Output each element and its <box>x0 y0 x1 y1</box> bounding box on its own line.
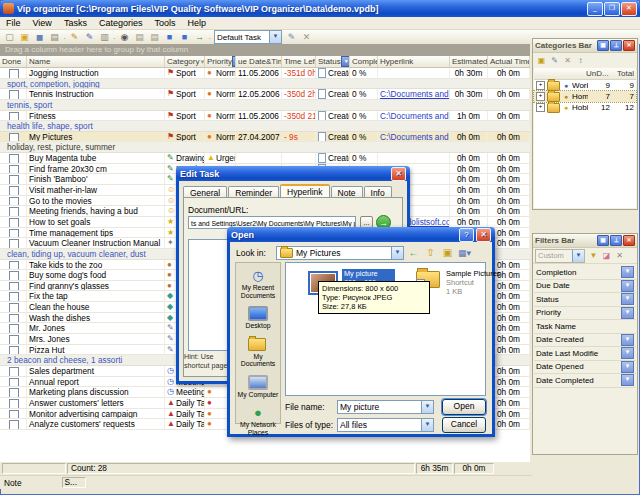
task-checkbox[interactable] <box>9 303 19 313</box>
place-network[interactable]: ●My Network Places <box>236 404 280 436</box>
task-checkbox[interactable] <box>9 378 19 388</box>
task-checkbox[interactable] <box>9 367 19 377</box>
filter-item-completion[interactable]: Completion▼ <box>534 266 636 280</box>
filter-item-date-created[interactable]: Date Created▼ <box>534 334 636 348</box>
delete-category-icon[interactable]: ✕ <box>561 55 574 67</box>
clear-filter-icon[interactable]: ◪ <box>600 250 613 262</box>
table-row[interactable]: My Pictures⚑Sport●Normal27.04.2007- 9sCr… <box>0 132 530 143</box>
task-checkbox[interactable] <box>9 69 19 79</box>
task-checkbox[interactable] <box>9 346 19 356</box>
look-in-combo[interactable]: My Pictures ▼ <box>276 246 404 260</box>
filter-item-task-name[interactable]: Task Name <box>534 320 636 334</box>
table-row[interactable]: Buy Magenta tube✎Drawing▲UrgentCreate0 %… <box>0 153 530 164</box>
pin-icon[interactable]: ⊥ <box>610 40 622 51</box>
chevron-down-icon[interactable]: ▼ <box>621 347 634 359</box>
categories-column-total[interactable]: Total <box>610 68 636 79</box>
task-checkbox[interactable] <box>9 197 19 207</box>
panel-window-icon[interactable]: ▣ <box>597 235 609 246</box>
filter-item-date-opened[interactable]: Date Opened▼ <box>534 361 636 375</box>
column-header-category[interactable]: Category▼ <box>165 56 205 68</box>
up-folder-icon[interactable]: ⇧ <box>423 246 438 260</box>
close-icon[interactable]: ✕ <box>391 167 406 181</box>
task-checkbox[interactable] <box>9 388 19 398</box>
expand-icon[interactable]: + <box>536 103 545 112</box>
column-header-done[interactable]: Done <box>0 56 27 68</box>
apply-filter-icon[interactable]: ▼ <box>587 250 600 262</box>
column-header-priority[interactable]: Priority▼ <box>205 56 236 68</box>
menu-help[interactable]: Help <box>181 17 212 29</box>
place-desktop[interactable]: Desktop <box>236 305 280 330</box>
task-checkbox[interactable] <box>9 292 19 302</box>
close-icon[interactable]: ✕ <box>623 235 635 246</box>
menu-tasks[interactable]: Tasks <box>58 17 93 29</box>
task-checkbox[interactable] <box>9 314 19 324</box>
card-icon[interactable]: ▤ <box>132 31 147 44</box>
pin-icon[interactable]: ⊥ <box>610 235 622 246</box>
filter-item-due-date[interactable]: Due Date▼ <box>534 280 636 294</box>
task-checkbox[interactable] <box>9 154 19 164</box>
filter-item-status[interactable]: Status▼ <box>534 293 636 307</box>
close-button[interactable]: ✕ <box>621 2 637 16</box>
note-value-box[interactable]: S... <box>62 477 86 488</box>
files-of-type-combo[interactable]: All files ▼ <box>337 418 434 432</box>
sample-pictures-label[interactable]: Sample Pictures Shortcut 1 KB <box>446 269 501 296</box>
column-header-actual-time[interactable]: Actual Time <box>488 56 530 68</box>
close-icon[interactable]: ✕ <box>476 228 491 242</box>
task-checkbox[interactable] <box>9 261 19 271</box>
column-header-ue-date-tim[interactable]: ue Date&Tim▼ <box>236 56 282 68</box>
task-checkbox[interactable] <box>9 399 19 409</box>
chevron-down-icon[interactable]: ▼ <box>621 307 634 319</box>
minimize-button[interactable]: _ <box>587 2 603 16</box>
filter-icon[interactable]: ▼ <box>341 56 350 67</box>
task-checkbox[interactable] <box>9 239 19 249</box>
column-header-hyperlink[interactable]: Hyperlink <box>378 56 450 68</box>
close-icon[interactable]: ✕ <box>623 40 635 51</box>
task-checkbox[interactable] <box>9 410 19 420</box>
maximize-button[interactable]: ❐ <box>604 2 620 16</box>
add-task-icon[interactable]: ✎ <box>67 31 82 44</box>
task-checkbox[interactable] <box>9 282 19 292</box>
copy-task-icon[interactable]: ▥ <box>97 31 112 44</box>
filter-preset-combo[interactable]: Custom ▼ <box>535 249 585 263</box>
task-checkbox[interactable] <box>9 133 19 143</box>
edit-category-icon[interactable]: ✎ <box>548 55 561 67</box>
group-row[interactable]: holiday, rest, picture, summer <box>0 142 530 153</box>
column-header-status[interactable]: Status▼ <box>316 56 350 68</box>
new-folder-icon[interactable]: ▣ <box>440 246 455 260</box>
cancel-button[interactable]: Cancel <box>442 417 486 433</box>
card2-icon[interactable]: ▤ <box>147 31 162 44</box>
hyperlink-icon[interactable]: → <box>192 31 207 44</box>
menu-file[interactable]: File <box>0 17 27 29</box>
assign-icon[interactable]: ✎ <box>284 31 299 44</box>
chevron-down-icon[interactable]: ▼ <box>621 266 634 278</box>
chevron-down-icon[interactable]: ▼ <box>621 280 634 292</box>
chevron-down-icon[interactable]: ▼ <box>621 374 634 386</box>
expand-icon[interactable]: + <box>536 92 545 101</box>
chevron-down-icon[interactable]: ▼ <box>621 361 634 373</box>
task-checkbox[interactable] <box>9 186 19 196</box>
note-icon[interactable]: ■ <box>162 31 177 44</box>
task-checkbox[interactable] <box>9 271 19 281</box>
delete-icon[interactable]: ✕ <box>299 31 314 44</box>
task-checkbox[interactable] <box>9 207 19 217</box>
sort-categories-icon[interactable]: ↕ <box>574 55 587 67</box>
expand-icon[interactable]: + <box>536 81 545 90</box>
menu-categories[interactable]: Categories <box>93 17 149 29</box>
open-icon[interactable]: ▣ <box>17 31 32 44</box>
task-checkbox[interactable] <box>9 324 19 334</box>
place-computer[interactable]: My Computer <box>236 374 280 399</box>
column-header-estimated-time[interactable]: Estimated Time <box>450 56 488 68</box>
category-item-hobby[interactable]: +●Hobby1212 <box>534 102 636 113</box>
categories-column-undone[interactable]: UnD... <box>584 68 610 79</box>
filter-item-priority[interactable]: Priority▼ <box>534 307 636 321</box>
add-category-icon[interactable]: ▣ <box>535 55 548 67</box>
place-documents[interactable]: My Documents <box>236 336 280 368</box>
task-checkbox[interactable] <box>9 175 19 185</box>
group-row[interactable]: sport, competion, jogging <box>0 79 530 90</box>
hyperlink-cell-link[interactable]: C:\Documents and Settings\All <box>380 111 450 121</box>
menu-tools[interactable]: Tools <box>148 17 181 29</box>
column-header-name[interactable]: Name <box>27 56 165 68</box>
note2-icon[interactable]: ■ <box>177 31 192 44</box>
table-row[interactable]: Tennis Instruction⚑Sport●Normal12.05.200… <box>0 89 530 100</box>
task-checkbox[interactable] <box>9 165 19 175</box>
